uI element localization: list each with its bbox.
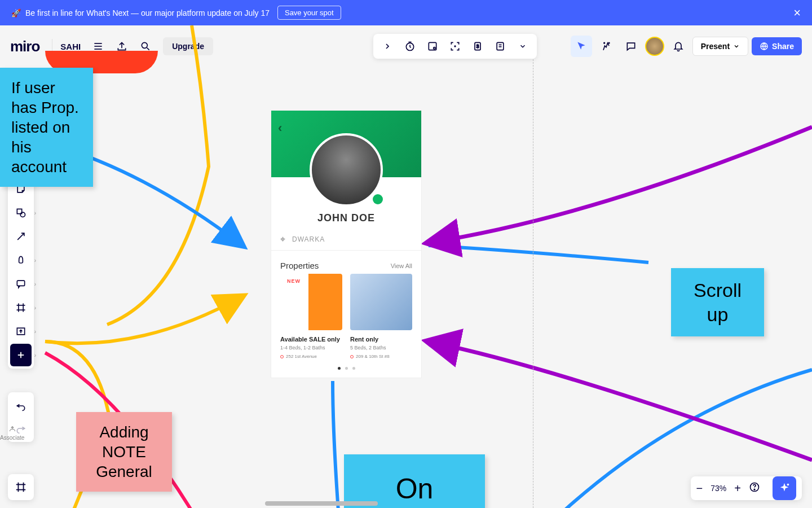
board-canvas[interactable]: If user has Prop. listed on his account … (0, 25, 812, 508)
rocket-icon: 🚀 (11, 8, 21, 17)
new-badge: NEW (284, 277, 304, 285)
location-row: ⌖ DWARKA (271, 229, 421, 251)
zoom-out-button[interactable]: − (696, 482, 703, 495)
dot-icon[interactable] (338, 367, 341, 370)
sticky-note-adding[interactable]: Adding NOTE General (76, 412, 172, 492)
back-icon[interactable]: ‹ (278, 121, 282, 135)
card-title: Available SALE only (280, 336, 342, 343)
properties-header: Properties View All (271, 251, 421, 274)
zoom-controls: − 73% + (691, 476, 802, 500)
horizontal-scrollbar[interactable] (265, 501, 378, 506)
pin-icon (350, 355, 354, 358)
property-cards: NEW Available SALE only 1-4 Beds, 1-2 Ba… (271, 274, 421, 359)
banner-text: Be first in line for What's Next — our m… (25, 8, 270, 17)
profile-avatar (310, 133, 383, 207)
dot-icon[interactable] (345, 367, 348, 370)
card-subtitle: 1-4 Beds, 1-2 Baths (280, 345, 342, 351)
svg-point-39 (787, 484, 789, 486)
sticky-text: Adding NOTE General (96, 423, 152, 480)
card-address: 209 & 10th St #8 (350, 354, 412, 359)
zoom-in-button[interactable]: + (734, 482, 741, 495)
sticky-text: On (396, 473, 434, 505)
pin-icon (280, 355, 284, 358)
property-card[interactable]: Rent only 5 Beds, 2 Baths 209 & 10th St … (350, 274, 412, 359)
sticky-text: Scroll up (694, 279, 742, 325)
profile-mockup[interactable]: ‹ JOHN DOE ⌖ DWARKA Properties View All … (271, 110, 422, 378)
card-image (350, 274, 412, 330)
view-all-link[interactable]: View All (391, 262, 412, 269)
card-image: NEW (280, 274, 342, 330)
card-address: 252 1st Avenue (280, 354, 342, 359)
svg-point-38 (754, 489, 755, 490)
sticky-note-left[interactable]: If user has Prop. listed on his account (0, 68, 93, 187)
frame-edge (533, 59, 533, 508)
card-subtitle: 5 Beds, 2 Baths (350, 345, 412, 351)
profile-name: JOHN DOE (271, 212, 421, 224)
location-text: DWARKA (292, 235, 325, 243)
banner-cta-button[interactable]: Save your spot (277, 6, 341, 20)
ai-button[interactable] (773, 476, 796, 500)
close-icon[interactable]: × (793, 6, 801, 20)
zoom-value[interactable]: 73% (710, 484, 726, 493)
dot-icon[interactable] (352, 367, 355, 370)
announcement-banner: 🚀 Be first in line for What's Next — our… (0, 0, 812, 25)
location-icon: ⌖ (280, 234, 285, 244)
carousel-dots (271, 359, 421, 378)
section-title: Properties (280, 261, 319, 270)
card-title: Rent only (350, 336, 412, 343)
sticky-note-scroll[interactable]: Scroll up (671, 268, 764, 336)
verified-badge-icon (373, 194, 383, 204)
sticky-note-on[interactable]: On (344, 454, 485, 508)
help-icon[interactable] (749, 481, 760, 495)
sticky-text: If user has Prop. listed on his account (11, 79, 79, 176)
property-card[interactable]: NEW Available SALE only 1-4 Beds, 1-2 Ba… (280, 274, 342, 359)
